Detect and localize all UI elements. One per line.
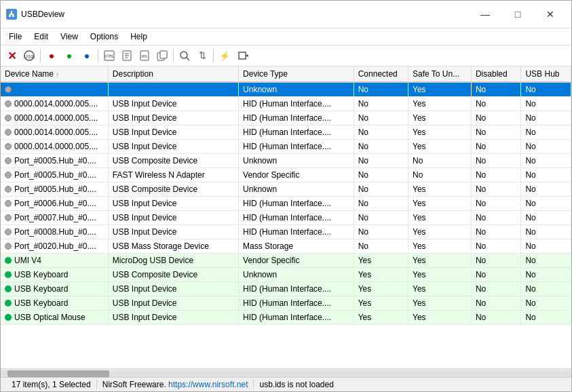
device-name-text: 0000.0014.0000.005.... <box>14 142 98 151</box>
col-header-desc[interactable]: Description <box>108 66 238 82</box>
scroll-track[interactable] <box>7 370 565 377</box>
horizontal-scrollbar[interactable] <box>1 369 571 377</box>
menu-file[interactable]: File <box>3 30 27 43</box>
connected-indicator <box>5 314 12 321</box>
col-header-name[interactable]: Device Name ↑ <box>1 66 108 82</box>
cell-description: USB Input Device <box>108 225 238 239</box>
sort-arrow-name: ↑ <box>56 71 59 78</box>
table-row[interactable]: Port_#0005.Hub_#0....FAST Wireless N Ada… <box>1 168 571 182</box>
table-row[interactable]: Port_#0005.Hub_#0....USB Composite Devic… <box>1 154 571 168</box>
toolbar-html-btn[interactable]: HTML <box>101 47 117 64</box>
cell-connected: No <box>354 111 408 125</box>
toolbar-red-btn[interactable]: ● <box>43 47 60 64</box>
cell-disabled: No <box>471 296 521 311</box>
table-row[interactable]: 0000.0014.0000.005....USB Input DeviceHI… <box>1 125 571 140</box>
cell-safe-remove: Yes <box>408 197 472 211</box>
cell-device-name: Port_#0005.Hub_#0.... <box>1 168 108 182</box>
table-row[interactable]: USB KeyboardUSB Composite DeviceUnknownY… <box>1 268 571 282</box>
toolbar-txt-btn[interactable] <box>119 47 135 64</box>
toolbar-remove-btn[interactable]: ✕ <box>3 47 20 64</box>
disconnected-indicator <box>5 86 12 93</box>
table-container[interactable]: Device Name ↑ Description Device Type Co… <box>1 66 571 369</box>
minimize-button[interactable]: — <box>470 5 501 24</box>
scroll-left-btn[interactable] <box>1 370 7 377</box>
cell-device-name: USB Keyboard <box>1 268 108 282</box>
cell-usb-hub: No <box>521 140 571 154</box>
cell-description: USB Input Device <box>108 140 238 154</box>
cell-device-type: Vendor Specific <box>239 254 354 268</box>
table-row[interactable]: Port_#0007.Hub_#0....USB Input DeviceHID… <box>1 211 571 225</box>
close-button[interactable]: ✕ <box>535 5 566 24</box>
table-row[interactable]: USB KeyboardUSB Input DeviceHID (Human I… <box>1 296 571 311</box>
toolbar: ✕ USB ● ● ● HTML <box>1 45 571 66</box>
table-row[interactable]: USB KeyboardUSB Input DeviceHID (Human I… <box>1 282 571 296</box>
disconnected-indicator <box>5 229 12 235</box>
cell-safe-remove: Yes <box>408 97 472 111</box>
cell-safe-remove: Yes <box>408 254 472 268</box>
menu-help[interactable]: Help <box>125 30 153 43</box>
table-row[interactable]: Port_#0020.Hub_#0....USB Mass Storage De… <box>1 239 571 254</box>
cell-connected: No <box>354 154 408 168</box>
table-row[interactable]: 0000.0014.0000.005....USB Input DeviceHI… <box>1 97 571 111</box>
col-header-disabled[interactable]: Disabled <box>471 66 521 82</box>
scroll-right-btn[interactable] <box>565 370 571 377</box>
col-header-connected[interactable]: Connected <box>354 66 408 82</box>
device-name-text: USB Keyboard <box>14 298 68 308</box>
table-row[interactable]: Port_#0006.Hub_#0....USB Input DeviceHID… <box>1 197 571 211</box>
col-header-type[interactable]: Device Type <box>239 66 354 82</box>
toolbar-sort-btn[interactable]: ⇅ <box>194 47 210 64</box>
cell-safe-remove: Yes <box>408 239 472 254</box>
cell-connected: No <box>354 140 408 154</box>
cell-device-name: Port_#0006.Hub_#0.... <box>1 197 108 211</box>
menu-edit[interactable]: Edit <box>28 30 54 43</box>
toolbar-usb-btn[interactable]: USB <box>21 47 37 64</box>
toolbar-xml-btn[interactable]: XML <box>136 47 153 64</box>
nirsoft-link[interactable]: https://www.nirsoft.net <box>168 380 248 389</box>
toolbar-find-btn[interactable] <box>176 47 193 64</box>
disconnected-indicator <box>5 100 12 107</box>
maximize-button[interactable]: □ <box>502 5 533 24</box>
cell-connected: Yes <box>354 282 408 296</box>
toolbar-blue-btn[interactable]: ● <box>79 47 95 64</box>
toolbar-copy-btn[interactable] <box>154 47 170 64</box>
cell-device-name: USB Keyboard <box>1 296 108 311</box>
menu-view[interactable]: View <box>55 30 83 43</box>
scroll-thumb[interactable] <box>7 370 109 377</box>
table-row[interactable]: 0000.0014.0000.005....USB Input DeviceHI… <box>1 140 571 154</box>
cell-device-type: Unknown <box>239 82 354 97</box>
cell-safe-remove: Yes <box>408 225 472 239</box>
toolbar-stop-btn[interactable] <box>234 47 250 64</box>
cell-usb-hub: No <box>521 211 571 225</box>
col-header-hub[interactable]: USB Hub <box>521 66 571 82</box>
cell-usb-hub: No <box>521 182 571 197</box>
cell-disabled: No <box>471 268 521 282</box>
table-row[interactable]: Port_#0008.Hub_#0....USB Input DeviceHID… <box>1 225 571 239</box>
window-title: USBDeview <box>21 9 64 19</box>
cell-connected: No <box>354 211 408 225</box>
disconnected-indicator <box>5 243 12 250</box>
connected-indicator <box>5 300 12 307</box>
col-header-safe[interactable]: Safe To Un... <box>408 66 472 82</box>
svg-rect-4 <box>12 15 14 17</box>
toolbar-run-btn[interactable]: ⚡ <box>216 47 233 64</box>
disconnected-indicator <box>5 157 12 164</box>
table-row[interactable]: 0000.0014.0000.005....USB Input DeviceHI… <box>1 111 571 125</box>
table-row[interactable]: Port_#0005.Hub_#0....USB Composite Devic… <box>1 182 571 197</box>
cell-description <box>108 82 238 97</box>
menu-options[interactable]: Options <box>85 30 123 43</box>
table-row[interactable]: UnknownNoYesNoNo <box>1 82 571 97</box>
connected-indicator <box>5 257 12 264</box>
cell-safe-remove: Yes <box>408 125 472 140</box>
table-row[interactable]: UMI V4MicroDog USB DeviceVendor Specific… <box>1 254 571 268</box>
table-row[interactable]: USB Optical MouseUSB Input DeviceHID (Hu… <box>1 311 571 325</box>
cell-device-name: Port_#0020.Hub_#0.... <box>1 239 108 254</box>
cell-device-name: USB Optical Mouse <box>1 311 108 325</box>
toolbar-sep-4 <box>213 49 214 62</box>
cell-device-type: HID (Human Interface.... <box>239 140 354 154</box>
toolbar-green-btn[interactable]: ● <box>61 47 77 64</box>
cell-device-type: Unknown <box>239 154 354 168</box>
device-name-text: Port_#0020.Hub_#0.... <box>14 241 96 251</box>
cell-usb-hub: No <box>521 311 571 325</box>
cell-device-type: HID (Human Interface.... <box>239 197 354 211</box>
cell-safe-remove: Yes <box>408 182 472 197</box>
